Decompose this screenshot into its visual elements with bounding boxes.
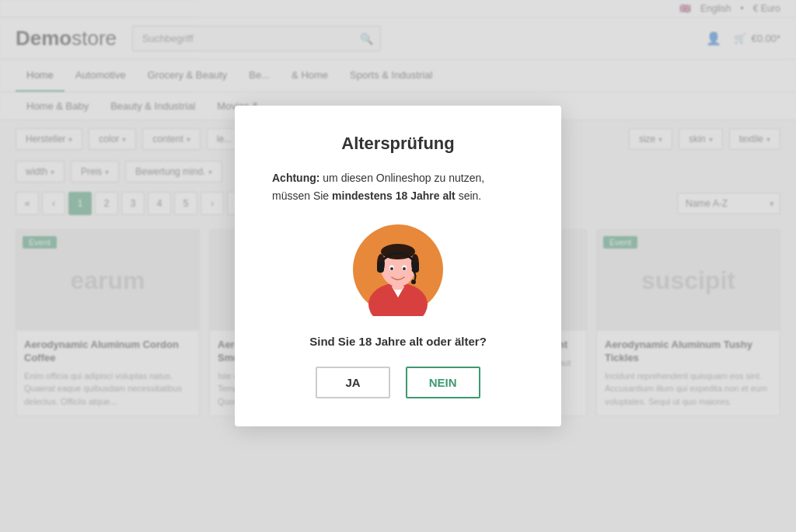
age-verification-modal: Altersprüfung Achtung: um diesen Onlines… [235, 106, 561, 426]
yes-button[interactable]: JA [316, 367, 389, 398]
avatar-illustration [351, 223, 445, 316]
modal-warning-prefix: Achtung: [272, 172, 319, 184]
svg-point-11 [403, 267, 406, 270]
svg-rect-12 [377, 262, 384, 273]
modal-title: Altersprüfung [272, 134, 524, 154]
avatar-container [351, 223, 445, 316]
modal-overlay: Altersprüfung Achtung: um diesen Onlines… [0, 0, 796, 432]
svg-point-14 [411, 280, 416, 284]
modal-question: Sind Sie 18 Jahre alt oder älter? [272, 335, 524, 348]
modal-text: Achtung: um diesen Onlineshop zu nutzen,… [272, 169, 524, 204]
no-button[interactable]: NEIN [406, 367, 480, 398]
svg-point-10 [390, 267, 393, 270]
modal-buttons: JA NEIN [272, 367, 524, 398]
